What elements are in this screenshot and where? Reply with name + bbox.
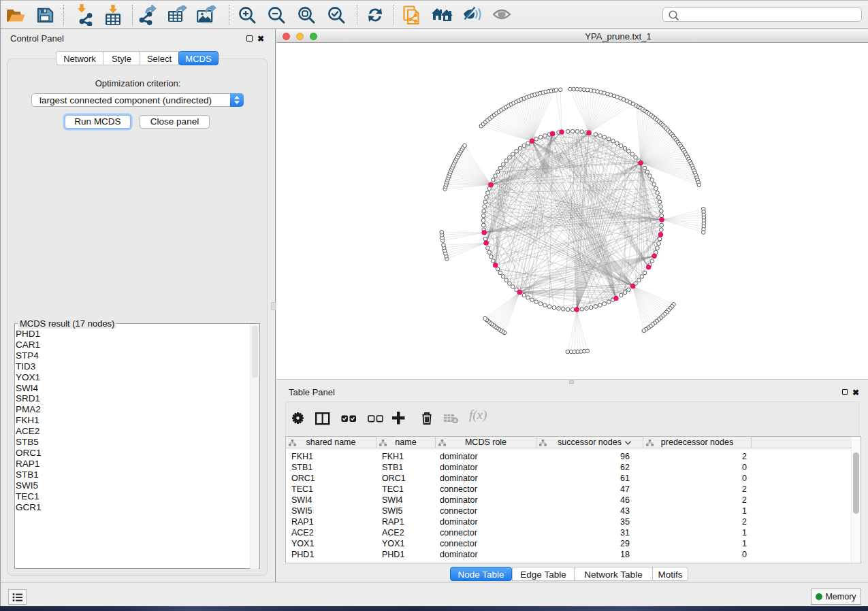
svg-text:f(x): f(x) <box>469 409 487 423</box>
